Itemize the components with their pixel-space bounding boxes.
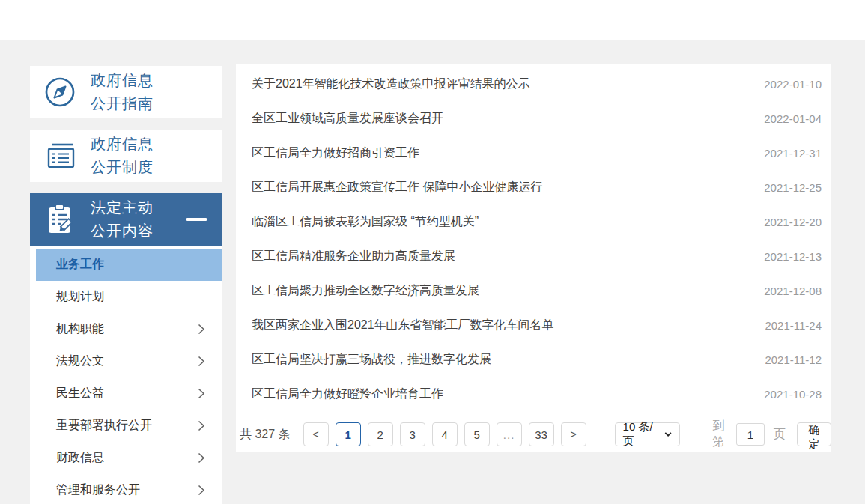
chevron-right-icon — [198, 485, 205, 496]
list-item: 关于2021年智能化技术改造政策申报评审结果的公示 2022-01-10 — [236, 67, 831, 101]
submenu-item[interactable]: 业务工作 — [36, 249, 222, 281]
chevron-right-icon — [198, 452, 205, 464]
list-item: 区工信局坚决打赢三场战役，推进数字化发展 2021-11-12 — [236, 342, 831, 377]
news-title-link[interactable]: 全区工业领域高质量发展座谈会召开 — [252, 111, 749, 127]
confirm-button[interactable]: 确定 — [797, 422, 831, 446]
submenu-item[interactable]: 财政信息 — [30, 442, 222, 474]
goto-suffix-label: 页 — [774, 427, 786, 443]
page-header-strip — [0, 0, 865, 40]
submenu-item-label: 财政信息 — [56, 450, 104, 466]
news-date: 2022-01-04 — [764, 112, 822, 125]
next-page-button[interactable]: > — [561, 422, 586, 446]
news-title-link[interactable]: 区工信局精准服务企业助力高质量发展 — [252, 249, 749, 264]
news-title-link[interactable]: 区工信局坚决打赢三场战役，推进数字化发展 — [252, 352, 750, 368]
news-date: 2021-12-08 — [764, 285, 822, 297]
submenu-item[interactable]: 法规公文 — [30, 345, 222, 377]
submenu-item[interactable]: 管理和服务公开 — [30, 474, 222, 504]
sidebar-item-label: 政府信息 公开制度 — [91, 133, 154, 179]
page-number-button[interactable]: 4 — [432, 422, 458, 446]
list-item: 全区工业领域高质量发展座谈会召开 2022-01-04 — [236, 101, 831, 136]
chevron-right-icon — [198, 420, 205, 431]
sidebar: 政府信息 公开指南 政府信息 公开制度 — [30, 66, 222, 504]
news-date: 2021-10-28 — [764, 388, 822, 401]
news-date: 2021-12-31 — [764, 147, 822, 160]
news-list: 关于2021年智能化技术改造政策申报评审结果的公示 2022-01-10 全区工… — [236, 64, 831, 411]
submenu-item[interactable]: 机构职能 — [30, 313, 222, 345]
prev-page-button[interactable]: < — [303, 422, 329, 446]
list-item: 区工信局开展惠企政策宣传工作 保障中小企业健康运行 2021-12-25 — [236, 170, 831, 204]
page-number-button[interactable]: 1 — [336, 422, 361, 446]
page-root: 政府信息 公开指南 政府信息 公开制度 — [0, 0, 865, 504]
submenu-item-label: 机构职能 — [56, 321, 104, 337]
news-title-link[interactable]: 关于2021年智能化技术改造政策申报评审结果的公示 — [252, 76, 749, 92]
total-count-label: 共 327 条 — [240, 427, 291, 443]
page-number-button[interactable]: ... — [497, 422, 522, 446]
submenu-item[interactable]: 重要部署执行公开 — [30, 410, 222, 442]
pagination-bar: 共 327 条 < 1 2 3 4 5 ... 33 > 10 条/页 — [236, 419, 831, 450]
news-date: 2021-11-24 — [765, 319, 822, 332]
submenu-item-label: 民生公益 — [56, 386, 104, 401]
news-title-link[interactable]: 我区两家企业入围2021年山东省智能工厂数字化车间名单 — [252, 318, 750, 333]
sidebar-item-label: 法定主动 公开内容 — [91, 196, 154, 243]
page-number-button[interactable]: 33 — [529, 422, 554, 446]
compass-icon — [42, 74, 78, 110]
page-size-label: 10 条/页 — [623, 420, 658, 449]
news-title-link[interactable]: 区工信局全力做好招商引资工作 — [252, 145, 749, 161]
submenu-item[interactable]: 规划计划 — [30, 281, 222, 313]
goto-page-group: 到第 页 确定 — [712, 419, 831, 450]
page-number-button[interactable]: 2 — [368, 422, 393, 446]
list-item: 区工信局全力做好瞪羚企业培育工作 2021-10-28 — [236, 377, 831, 411]
ledger-icon — [42, 138, 78, 174]
sidebar-submenu: 业务工作 规划计划 — [30, 246, 222, 504]
sidebar-item-gov-info-guide[interactable]: 政府信息 公开指南 — [30, 66, 222, 118]
news-title-link[interactable]: 区工信局开展惠企政策宣传工作 保障中小企业健康运行 — [252, 180, 749, 195]
news-title-link[interactable]: 区工信局聚力推动全区数字经济高质量发展 — [252, 283, 749, 299]
page-number-button[interactable]: 3 — [400, 422, 425, 446]
news-title-link[interactable]: 临淄区工信局被表彰为国家级 “节约型机关” — [252, 214, 749, 230]
list-item: 临淄区工信局被表彰为国家级 “节约型机关” 2021-12-20 — [236, 204, 831, 239]
news-date: 2021-12-13 — [764, 250, 822, 263]
submenu-item-label: 重要部署执行公开 — [56, 418, 152, 434]
goto-page-input[interactable] — [736, 423, 765, 446]
chevron-right-icon — [198, 388, 205, 399]
list-item: 我区两家企业入围2021年山东省智能工厂数字化车间名单 2021-11-24 — [236, 308, 831, 342]
goto-prefix-label: 到第 — [712, 419, 726, 450]
list-item: 区工信局精准服务企业助力高质量发展 2021-12-13 — [236, 239, 831, 273]
news-date: 2022-01-10 — [764, 78, 822, 91]
sidebar-item-gov-info-system[interactable]: 政府信息 公开制度 — [30, 130, 222, 182]
news-date: 2021-11-12 — [765, 353, 822, 366]
chevron-right-icon — [198, 324, 205, 335]
chevron-right-icon — [198, 356, 205, 367]
news-panel: 关于2021年智能化技术改造政策申报评审结果的公示 2022-01-10 全区工… — [236, 64, 831, 452]
submenu-item-label: 管理和服务公开 — [56, 482, 140, 498]
clipboard-pen-icon — [42, 201, 78, 237]
sidebar-item-statutory-disclosure[interactable]: 法定主动 公开内容 — [30, 193, 222, 246]
submenu-item[interactable]: 民生公益 — [30, 377, 222, 410]
minus-icon — [186, 218, 207, 221]
list-item: 区工信局全力做好招商引资工作 2021-12-31 — [236, 136, 831, 170]
submenu-item-label: 法规公文 — [56, 353, 104, 369]
news-date: 2021-12-25 — [764, 181, 822, 194]
submenu-item-label: 业务工作 — [56, 257, 104, 273]
submenu-item-label: 规划计划 — [56, 289, 104, 305]
list-item: 区工信局聚力推动全区数字经济高质量发展 2021-12-08 — [236, 273, 831, 308]
sidebar-item-label: 政府信息 公开指南 — [91, 69, 154, 115]
news-date: 2021-12-20 — [764, 216, 822, 228]
news-title-link[interactable]: 区工信局全力做好瞪羚企业培育工作 — [252, 386, 749, 402]
page-size-select[interactable]: 10 条/页 — [615, 422, 681, 446]
page-number-button[interactable]: 5 — [464, 422, 490, 446]
chevron-down-icon — [664, 431, 672, 437]
